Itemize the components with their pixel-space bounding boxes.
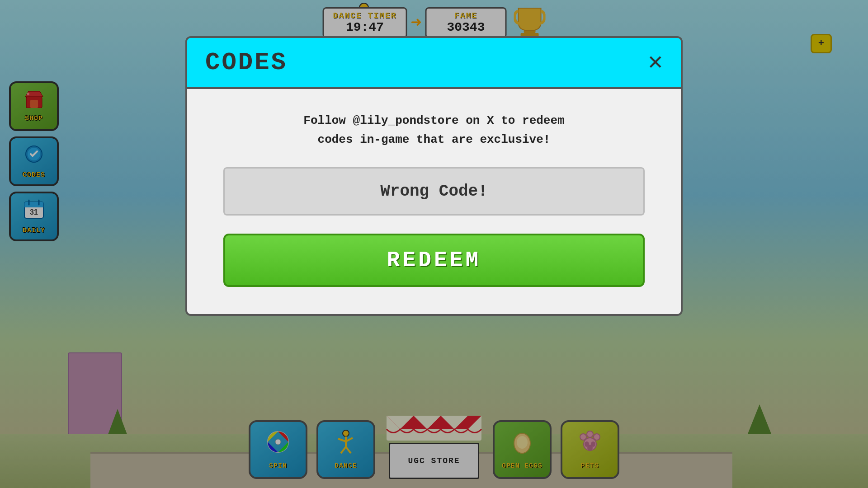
modal-title: CODES bbox=[205, 49, 288, 76]
codes-modal: CODES ✕ Follow @lily_pondstore on X to r… bbox=[185, 36, 683, 316]
wrong-code-message: Wrong Code! bbox=[380, 182, 488, 201]
description-line2: codes in-game that are exclusive! bbox=[318, 133, 551, 146]
modal-header: CODES ✕ bbox=[187, 38, 681, 89]
code-input-area[interactable]: Wrong Code! bbox=[223, 167, 645, 216]
description-line1: Follow @lily_pondstore on X to redeem bbox=[303, 114, 564, 127]
modal-close-button[interactable]: ✕ bbox=[648, 51, 663, 75]
modal-body: Follow @lily_pondstore on X to redeem co… bbox=[187, 89, 681, 314]
redeem-label: REDEEM bbox=[387, 248, 481, 272]
redeem-button[interactable]: REDEEM bbox=[223, 234, 645, 287]
modal-description: Follow @lily_pondstore on X to redeem co… bbox=[303, 112, 564, 149]
